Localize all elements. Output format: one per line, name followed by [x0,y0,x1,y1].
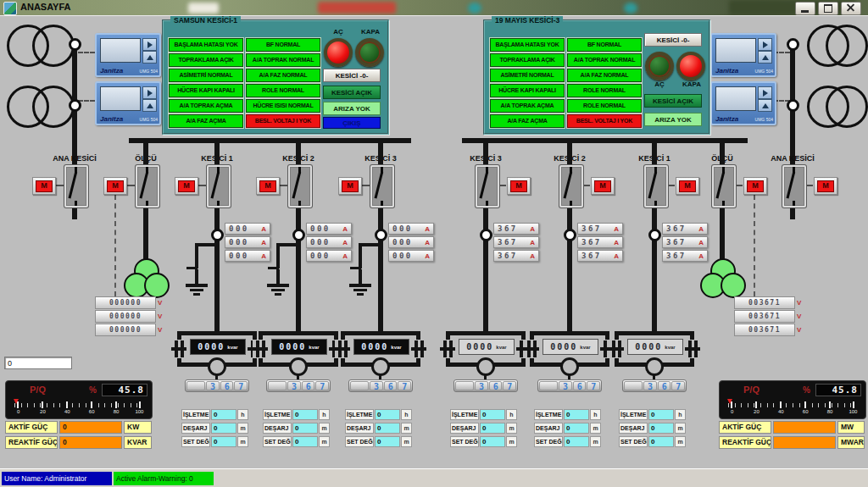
motor-indicator[interactable]: M [743,177,767,195]
earth-symbol [275,293,281,296]
motor-indicator[interactable]: M [814,177,837,195]
ammeter-display: 000A [225,223,270,235]
lamp-kapa[interactable] [676,52,705,80]
earth-switch [195,269,198,284]
meter-button-next[interactable] [758,86,772,99]
capacitor-symbol [335,340,350,358]
meter-button-up[interactable] [758,51,772,64]
counter-value[interactable]: 0 [292,409,318,420]
counter-value[interactable]: 0 [375,436,400,447]
counter-value[interactable]: 0 [480,409,505,420]
link-line [198,185,207,186]
status-tile: ASİMETRİ NORMAL [169,69,243,82]
counter-value[interactable]: 0 [375,423,400,434]
breaker-kesici1-left[interactable] [207,165,231,208]
kvar-display: 0000kvar [627,339,683,355]
aktif-guc-unit: MW [837,421,865,434]
earth-symbol [271,289,285,291]
motor-indicator[interactable]: M [103,177,127,195]
breaker-ana-kesici-left[interactable] [64,165,88,208]
meter-brand: Janitza [100,67,123,75]
breaker-olcu-right[interactable] [712,165,736,208]
status-tile: A/A FAZ AÇMA [169,114,243,128]
counter-value[interactable]: 0 [648,436,674,447]
aktif-guc-label: AKTİF GÜÇ [5,421,58,434]
capacitor-bank [530,331,609,335]
counter-value[interactable]: 0 [564,436,589,447]
counter-value[interactable]: 0 [375,409,400,420]
bus-node [292,229,305,241]
reaktif-guc-value[interactable] [773,436,836,449]
aktif-guc-value[interactable] [773,421,836,434]
feeder-line [378,199,383,333]
motor-indicator[interactable]: M [507,177,531,195]
kesici-0-button[interactable]: KESİCİ -0- [644,33,702,47]
minimize-icon [801,10,809,13]
counter-value[interactable]: 0 [564,423,589,434]
ammeter-display: 367A [662,236,708,248]
breaker-ana-kesici-right[interactable] [782,165,806,208]
counter-value[interactable]: 0 [480,436,505,447]
status-tile: A/A TOPRAK NORMAL [246,53,320,67]
motor-indicator[interactable]: M [256,177,280,195]
lamp-kapa[interactable] [355,38,384,67]
counter-value[interactable]: 0 [211,436,236,447]
kesici-acik-button[interactable]: KESİCİ AÇIK [644,94,702,108]
breaker-kesici3-left[interactable] [370,165,394,208]
arrow-up-icon [147,55,153,60]
meter-button-up[interactable] [142,51,157,64]
earth-switch [195,243,198,268]
meter-button-next[interactable] [142,38,157,51]
counter-group: İŞLETME0h DEŞARJ0m SET DEĞE0m [619,409,688,450]
motor-indicator[interactable]: M [32,177,56,195]
breaker-kesici1-right[interactable] [644,165,668,208]
motor-indicator[interactable]: M [591,177,615,195]
cikis-button[interactable]: ÇIKIŞ [323,117,381,129]
motor-indicator[interactable]: M [175,177,198,195]
meter-button-next[interactable] [142,86,157,99]
earth-symbol [349,284,371,287]
status-tile: A/A FAZ NORMAL [246,69,320,82]
breaker-kesici2-left[interactable] [288,165,312,208]
counter-value[interactable]: 0 [292,423,318,434]
earth-switch [276,243,280,268]
value-input[interactable]: 0 [4,357,72,369]
close-button[interactable] [841,2,861,15]
counter-value[interactable]: 0 [480,423,505,434]
breaker-olcu-left[interactable] [136,165,159,208]
lamp-ac[interactable] [645,52,674,80]
kesici-acik-button[interactable]: KESİCİ AÇIK [323,86,381,99]
counter-value[interactable]: 0 [211,409,236,420]
breaker-kesici2-right[interactable] [559,165,583,208]
ariza-yok-button[interactable]: ARIZA YOK [644,113,702,126]
counter-value[interactable]: 0 [648,409,674,420]
bus-node [69,38,81,51]
step-counter: 367 [266,379,331,392]
background-blob [188,3,219,14]
maximize-button[interactable] [818,2,838,15]
ammeter-display: 367A [577,250,623,262]
gauge-scale: 020406080100 [728,401,857,416]
reaktif-guc-unit: KVAR [124,436,152,449]
earth-symbol [190,289,203,291]
meter-link-line [78,100,95,102]
counter-value[interactable]: 0 [292,436,318,447]
reaktif-guc-value[interactable]: 0 [59,436,122,449]
feeder-line [720,199,725,263]
meter-button-next[interactable] [758,38,772,51]
lamp-ac[interactable] [324,38,353,67]
minimize-button[interactable] [795,2,815,15]
counter-value[interactable]: 0 [564,409,589,420]
status-tile: TOPRAKLAMA AÇIK [490,53,565,67]
ariza-yok-button[interactable]: ARIZA YOK [323,102,381,115]
meter-button-up[interactable] [758,99,772,112]
aktif-guc-value[interactable]: 0 [59,421,122,434]
breaker-kesici3-right[interactable] [476,165,499,208]
counter-value[interactable]: 0 [211,423,236,434]
busbar [462,138,748,143]
motor-indicator[interactable]: M [338,177,362,195]
kesici-0-button[interactable]: KESİCİ -0- [323,69,381,82]
meter-button-up[interactable] [142,99,157,112]
motor-indicator[interactable]: M [676,177,699,195]
counter-value[interactable]: 0 [648,423,674,434]
